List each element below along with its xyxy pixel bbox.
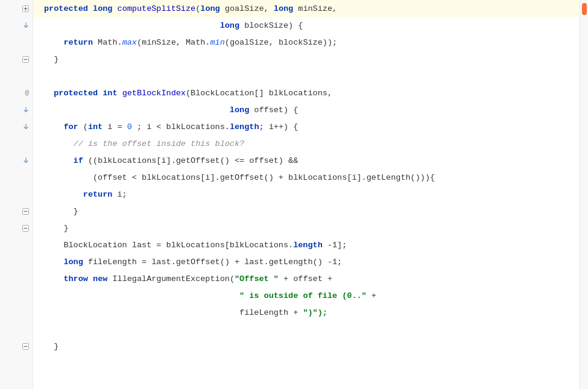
code-line-11: (offset < blkLocations[i].getOffset() + … <box>33 169 580 186</box>
gutter-line-6[interactable]: @ <box>0 84 33 101</box>
token: ")"); <box>303 308 327 317</box>
code-line-12: return i; <box>33 186 580 203</box>
token: (BlockLocation[] blkLocations, <box>186 89 332 98</box>
token: long <box>93 4 112 13</box>
token: -1]; <box>323 241 347 250</box>
code-line-5 <box>33 68 580 84</box>
gutter-line-2[interactable] <box>0 17 33 34</box>
gutter-line-3[interactable] <box>0 34 33 51</box>
code-line-6: protected int getBlockIndex(BlockLocatio… <box>33 84 580 101</box>
token: fileLength = last.getOffset() + last.get… <box>83 258 342 267</box>
gutter-line-7[interactable] <box>0 101 33 118</box>
gutter-line-4[interactable] <box>0 51 33 68</box>
token: ((blkLocations[i].getOffset() <= offset)… <box>83 156 298 165</box>
token: 0 <box>127 122 132 131</box>
token: (minSize, Math. <box>137 38 210 47</box>
token <box>44 106 230 115</box>
code-line-16: long fileLength = last.getOffset() + las… <box>33 253 580 270</box>
token <box>88 4 93 13</box>
token <box>44 190 83 199</box>
gutter-line-1[interactable] <box>0 0 33 17</box>
gutter-line-10[interactable] <box>0 152 33 169</box>
token <box>44 291 239 300</box>
token: // is the offset inside this block? <box>74 139 245 148</box>
token: i = <box>103 122 127 131</box>
token: } <box>44 342 58 351</box>
code-line-10: if ((blkLocations[i].getOffset() <= offs… <box>33 152 580 169</box>
gutter-line-13[interactable] <box>0 203 33 220</box>
token: for <box>63 122 78 131</box>
token: ; i++) { <box>259 122 299 131</box>
token: length <box>293 241 323 250</box>
token <box>112 4 117 13</box>
gutter-line-14[interactable] <box>0 220 33 236</box>
code-line-13: } <box>33 203 580 220</box>
gutter-line-21[interactable] <box>0 338 33 355</box>
token <box>44 38 63 47</box>
token: new <box>93 274 107 283</box>
token: BlockLocation last = blkLocations[blkLoc… <box>44 241 293 250</box>
code-line-3: return Math.max(minSize, Math.min(goalSi… <box>33 34 580 51</box>
gutter-line-11[interactable] <box>0 169 33 186</box>
gutter-line-12[interactable] <box>0 186 33 203</box>
code-line-14: } <box>33 220 580 236</box>
gutter-line-15[interactable] <box>0 236 33 253</box>
token: computeSplitSize <box>118 4 196 13</box>
token: offset) { <box>249 106 298 115</box>
scrollbar-gutter[interactable] <box>580 0 588 389</box>
code-line-4: } <box>33 51 580 68</box>
token: if <box>74 156 83 165</box>
token: long <box>230 106 249 115</box>
token: max <box>122 38 137 47</box>
code-line-15: BlockLocation last = blkLocations[blkLoc… <box>33 236 580 253</box>
gutter-line-5[interactable] <box>0 68 33 84</box>
line-gutter: @ <box>0 0 33 389</box>
token: Math. <box>93 38 122 47</box>
code-line-21: } <box>33 338 580 355</box>
token <box>44 308 239 317</box>
gutter-line-9[interactable] <box>0 135 33 152</box>
token: getBlockIndex <box>122 89 186 98</box>
gutter-line-17[interactable] <box>0 270 33 287</box>
token: int <box>103 89 117 98</box>
token: protected <box>54 89 98 98</box>
token: int <box>88 122 103 131</box>
token: length <box>230 122 259 131</box>
token: fileLength + <box>239 308 303 317</box>
token: return <box>83 190 113 199</box>
token: long <box>200 4 220 13</box>
token: } <box>44 224 69 233</box>
token: " is outside of file (0.." <box>239 291 367 300</box>
token: blockSize) { <box>239 21 303 30</box>
code-line-20 <box>33 321 580 338</box>
token <box>88 274 93 283</box>
gutter-line-20[interactable] <box>0 321 33 338</box>
token <box>44 21 220 30</box>
token: } <box>44 55 58 64</box>
token: long <box>63 258 83 267</box>
token <box>44 258 63 267</box>
scrollbar-thumb[interactable] <box>582 3 587 15</box>
token: + <box>367 291 376 300</box>
token: ( <box>78 122 88 131</box>
token: long <box>274 4 293 13</box>
gutter-line-19[interactable] <box>0 304 33 321</box>
code-line-19: fileLength + ")"); <box>33 304 580 321</box>
token: i; <box>112 190 127 199</box>
code-area[interactable]: protected long computeSplitSize(long goa… <box>33 0 580 389</box>
token: protected <box>44 4 88 13</box>
code-line-17: throw new IllegalArgumentException("Offs… <box>33 270 580 287</box>
token: return <box>63 38 93 47</box>
token: } <box>44 207 78 216</box>
code-line-9: // is the offset inside this block? <box>33 135 580 152</box>
token <box>44 139 74 148</box>
gutter-line-8[interactable] <box>0 118 33 135</box>
code-line-2: long blockSize) { <box>33 17 580 34</box>
code-line-18: " is outside of file (0.." + <box>33 287 580 304</box>
gutter-line-16[interactable] <box>0 253 33 270</box>
token <box>44 274 63 283</box>
gutter-line-18[interactable] <box>0 287 33 304</box>
code-line-1: protected long computeSplitSize(long goa… <box>33 0 580 17</box>
token: IllegalArgumentException( <box>107 274 235 283</box>
token: (offset < blkLocations[i].getOffset() + … <box>93 173 435 182</box>
